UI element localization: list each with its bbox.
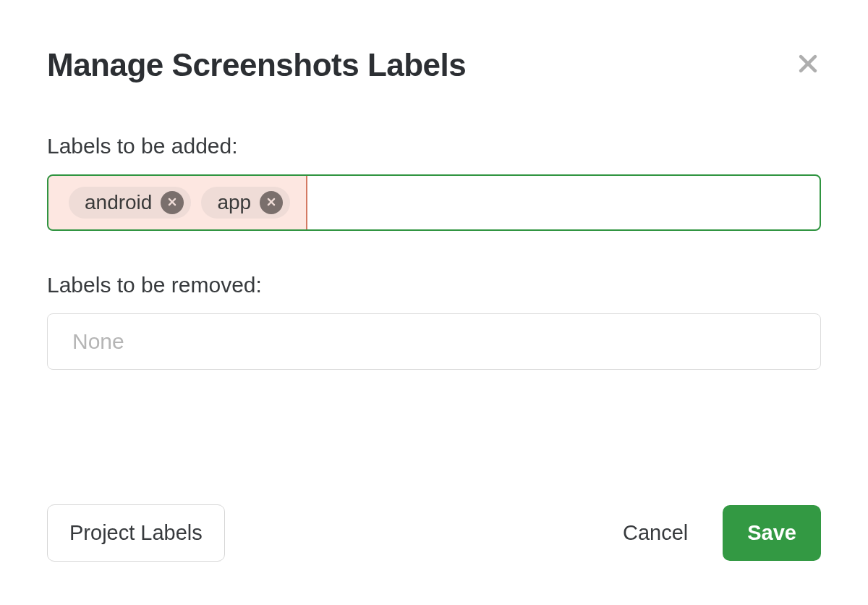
close-icon [167, 197, 177, 209]
add-labels-input[interactable]: android app [47, 174, 821, 231]
manage-labels-dialog: Manage Screenshots Labels Labels to be a… [0, 0, 868, 605]
dialog-footer: Project Labels Cancel Save [47, 504, 821, 562]
tag-pill-label: app [217, 191, 251, 214]
tag-pills-container: android app [48, 176, 307, 229]
remove-labels-label: Labels to be removed: [47, 273, 821, 297]
tag-pill-android: android [69, 187, 191, 219]
remove-tag-android-button[interactable] [161, 191, 184, 214]
remove-labels-input[interactable] [47, 313, 821, 370]
add-labels-label: Labels to be added: [47, 134, 821, 158]
close-icon [266, 197, 276, 209]
tag-pill-label: android [85, 191, 152, 214]
close-icon [796, 51, 820, 78]
project-labels-button[interactable]: Project Labels [47, 504, 225, 562]
cancel-button[interactable]: Cancel [620, 514, 691, 552]
remove-tag-app-button[interactable] [260, 191, 283, 214]
tag-pill-app: app [201, 187, 290, 219]
close-button[interactable] [795, 51, 821, 77]
dialog-header: Manage Screenshots Labels [47, 47, 821, 83]
dialog-title: Manage Screenshots Labels [47, 47, 466, 83]
save-button[interactable]: Save [723, 505, 821, 561]
add-labels-text-input[interactable] [307, 176, 820, 229]
